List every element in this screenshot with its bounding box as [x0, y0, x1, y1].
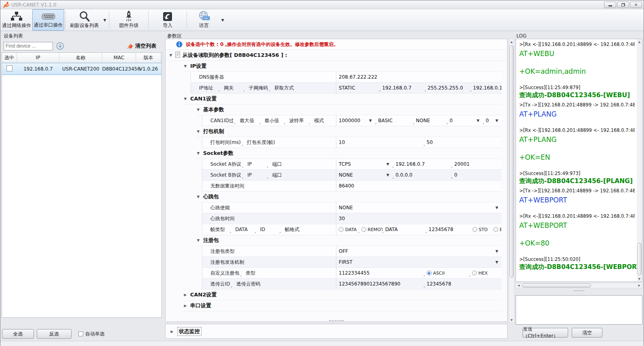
- socket-a-value-1[interactable]: 192.168.0.7: [396, 161, 451, 167]
- expanded-arrow-icon[interactable]: ▼: [196, 129, 200, 133]
- pack-time-value-1[interactable]: 50: [427, 140, 433, 145]
- frame-type-value-5[interactable]: EXD: [493, 227, 502, 232]
- dropdown-caret-icon[interactable]: ▼: [102, 18, 108, 22]
- toolbar-button-firmware[interactable]: 固件升级: [111, 9, 147, 31]
- search-go-button[interactable]: [56, 42, 64, 50]
- log-vertical-scrollbar[interactable]: ▲ ▼: [637, 39, 642, 281]
- scroll-up-icon[interactable]: ▲: [509, 39, 514, 44]
- cloud-id-value-1[interactable]: 12345678: [427, 281, 451, 287]
- auto-single-select[interactable]: 自动单选: [78, 331, 105, 338]
- collapsed-arrow-icon[interactable]: ▶: [183, 304, 187, 308]
- scrollbar-thumb[interactable]: [510, 45, 514, 277]
- frame-type-value-2[interactable]: DATA: [385, 227, 426, 232]
- device-column-header-2[interactable]: 名称: [59, 53, 102, 63]
- radio-hex[interactable]: [472, 271, 477, 275]
- scroll-down-icon[interactable]: ▼: [509, 317, 514, 323]
- clear-log-button[interactable]: 清空: [572, 328, 602, 338]
- socket-b-value-0[interactable]: NONE▼: [339, 172, 392, 178]
- expanded-arrow-icon[interactable]: ▼: [196, 195, 200, 199]
- socket-b-value-1[interactable]: 0.0.0.0: [396, 172, 451, 178]
- toolbar-button-language[interactable]: ABC语言: [188, 9, 220, 31]
- heartbeat-time-value-0[interactable]: 30: [339, 216, 345, 221]
- custom-register-value-0[interactable]: 1122334455: [339, 270, 424, 276]
- dropdown-arrow-icon[interactable]: ▼: [369, 119, 375, 123]
- toolbar-button-serial[interactable]: 通过串口操作: [32, 9, 64, 31]
- expanded-arrow-icon[interactable]: ▼: [183, 97, 187, 101]
- search-input[interactable]: [4, 42, 53, 50]
- dropdown-arrow-icon[interactable]: ▼: [495, 249, 501, 253]
- register-type-value-0[interactable]: OFF▼: [339, 248, 501, 254]
- auto-single-checkbox[interactable]: [78, 331, 83, 336]
- ip-address-value-1[interactable]: 192.168.0.7: [382, 85, 425, 91]
- select-all-button[interactable]: 全选: [2, 329, 34, 339]
- socket-b-value-2[interactable]: 0: [454, 172, 457, 178]
- scrollbar-thumb[interactable]: [522, 283, 591, 288]
- ip-address-value-0[interactable]: STATIC: [339, 85, 379, 91]
- socket-a-value-0[interactable]: TCPS▼: [339, 161, 392, 167]
- section-can1-packing[interactable]: ▼打包机制: [196, 126, 501, 137]
- custom-register-value-1[interactable]: ASCII: [427, 271, 469, 276]
- expanded-arrow-icon[interactable]: ▼: [196, 238, 200, 242]
- pack-time-value-0[interactable]: 10: [339, 140, 424, 145]
- dns-server-value-0[interactable]: 208.67.222.222: [339, 74, 377, 80]
- device-column-header-4[interactable]: 版本: [136, 53, 161, 63]
- close-button[interactable]: ×: [630, 2, 642, 8]
- heartbeat-enable-value-0[interactable]: NONE▼: [339, 205, 501, 211]
- can1-basic-value-3[interactable]: 0▼: [450, 118, 483, 123]
- radio-exd[interactable]: [493, 227, 498, 232]
- parameter-vertical-scrollbar[interactable]: ▲ ▼: [509, 39, 514, 323]
- ip-address-value-3[interactable]: 192.168.0.1▼: [473, 85, 502, 91]
- device-column-header-3[interactable]: MAC: [102, 53, 136, 63]
- dropdown-arrow-icon[interactable]: ▼: [495, 119, 501, 123]
- expanded-arrow-icon[interactable]: ▼: [169, 53, 173, 57]
- can1-basic-value-4[interactable]: 0▼: [486, 118, 501, 123]
- socket-a-value-2[interactable]: 20001: [454, 161, 470, 167]
- toolbar-button-network[interactable]: 通过网络操作: [1, 9, 32, 31]
- collapsed-arrow-icon[interactable]: ▶: [183, 293, 187, 297]
- custom-register-value-2[interactable]: HEX: [472, 271, 496, 276]
- status-monitor-header[interactable]: ▶ 状态监控: [165, 324, 508, 339]
- radio-remote[interactable]: [361, 227, 366, 232]
- minimize-button[interactable]: [604, 2, 616, 8]
- toolbar-button-refresh[interactable]: 刷新设备列表: [67, 9, 102, 31]
- dropdown-arrow-icon[interactable]: ▼: [386, 173, 392, 177]
- section-serial-settings[interactable]: ▶串口设置: [183, 300, 501, 311]
- scroll-up-icon[interactable]: ▲: [637, 39, 642, 44]
- section-can1-basic-params[interactable]: ▼基本参数: [196, 104, 501, 115]
- frame-type-value-1[interactable]: REMOTE: [361, 227, 382, 232]
- ip-address-value-2[interactable]: 255.255.255.0: [428, 85, 470, 91]
- dropdown-arrow-icon[interactable]: ▼: [477, 119, 483, 123]
- device-row[interactable]: 192.168.0.7USR-CANET200D8B04C123456V1.0.…: [2, 63, 162, 75]
- register-send-mode-value-0[interactable]: FIRST▼: [339, 259, 501, 265]
- dropdown-caret-icon[interactable]: ▼: [220, 18, 226, 22]
- section-can1-settings[interactable]: ▼CAN1设置: [183, 94, 501, 104]
- scroll-right-icon[interactable]: ▶: [637, 283, 642, 288]
- can1-basic-value-0[interactable]: 1000000▼: [339, 118, 375, 123]
- device-column-header-0[interactable]: 选中: [2, 53, 17, 63]
- cloud-id-value-0[interactable]: 12345678901234567890: [339, 281, 424, 287]
- frame-type-value-4[interactable]: STD: [472, 227, 493, 232]
- splitter-grip[interactable]: [574, 290, 584, 291]
- toolbar-button-import[interactable]: 导入: [150, 9, 185, 31]
- expanded-arrow-icon[interactable]: ▼: [196, 108, 200, 112]
- frame-type-value-3[interactable]: 12345678: [429, 227, 472, 232]
- splitter-grip[interactable]: [329, 320, 344, 321]
- log-output[interactable]: >[Rx <-][192.168.0.201:48899 <- 192.168.…: [516, 39, 642, 282]
- send-button[interactable]: 发送（Ctrl+Enter）: [522, 328, 568, 338]
- section-register-packet[interactable]: ▼注册包: [196, 235, 501, 246]
- invert-select-button[interactable]: 反选: [37, 329, 71, 339]
- can1-basic-value-2[interactable]: NONE: [416, 118, 447, 123]
- section-heartbeat[interactable]: ▼心跳包: [196, 192, 501, 202]
- frame-type-value-0[interactable]: DATA: [339, 227, 358, 232]
- section-ip-settings[interactable]: ▼IP设置: [183, 61, 501, 72]
- device-column-header-1[interactable]: IP: [17, 53, 59, 63]
- log-horizontal-scrollbar[interactable]: ◀ ▶: [516, 283, 642, 288]
- radio-ascii[interactable]: [427, 271, 432, 275]
- radio-data[interactable]: [339, 227, 344, 232]
- scrollbar-thumb[interactable]: [637, 243, 642, 275]
- scroll-down-icon[interactable]: ▼: [637, 276, 642, 281]
- expanded-arrow-icon[interactable]: ▼: [183, 64, 187, 68]
- tree-root-device-params-root[interactable]: ▼从设备读取到的参数[ D8B04C123456 ] :: [169, 50, 507, 61]
- section-can2-settings[interactable]: ▶CAN2设置: [183, 290, 501, 300]
- clear-list-button[interactable]: 清空列表: [126, 42, 156, 50]
